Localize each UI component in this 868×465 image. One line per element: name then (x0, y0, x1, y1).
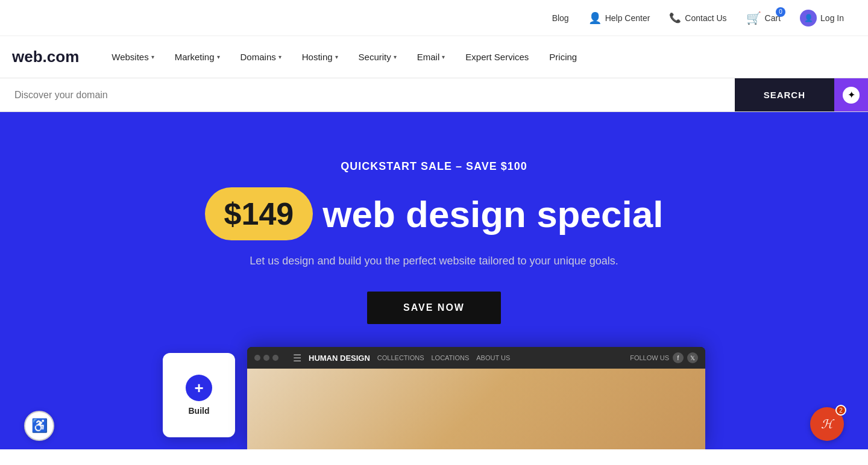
logo[interactable]: web.com (12, 48, 79, 66)
top-bar: Blog 👤 Help Center 📞 Contact Us 🛒 0 Cart… (0, 0, 868, 36)
hero-headline: $149 web design special (205, 187, 664, 240)
help-label: Help Center (605, 13, 650, 23)
search-bar: SEARCH ✦ (0, 78, 868, 112)
person-icon: 👤 (588, 11, 602, 25)
blog-link[interactable]: Blog (552, 13, 569, 23)
help-center-link[interactable]: 👤 Help Center (588, 11, 650, 25)
build-card: + Build (163, 353, 235, 437)
nav-label-websites: Websites (112, 52, 148, 62)
blog-label: Blog (552, 13, 569, 23)
browser-topbar: ☰ HUMAN DESIGN COLLECTIONS LOCATIONS ABO… (247, 347, 705, 369)
search-button[interactable]: SEARCH (735, 78, 834, 111)
browser-nav-about: ABOUT US (476, 354, 510, 361)
ai-icon: ✦ (843, 87, 860, 104)
nav-label-hosting: Hosting (302, 52, 333, 62)
follow-label: FOLLOW US (630, 354, 669, 361)
ai-search-button[interactable]: ✦ (834, 78, 868, 111)
browser-nav-collections: COLLECTIONS (377, 354, 424, 361)
chat-badge: 2 (835, 405, 846, 416)
user-avatar-icon: 👤 (800, 10, 817, 27)
cart-link[interactable]: 🛒 0 Cart (746, 11, 781, 25)
chevron-down-icon: ▾ (151, 54, 154, 60)
browser-nav-locations: LOCATIONS (431, 354, 469, 361)
nav-item-pricing[interactable]: Pricing (541, 47, 585, 67)
nav-label-email: Email (417, 52, 440, 62)
hero-section: QUICKSTART SALE – SAVE $100 $149 web des… (0, 112, 868, 449)
nav-item-email[interactable]: Email ▾ (409, 47, 454, 67)
main-nav: web.com Websites ▾ Marketing ▾ Domains ▾… (0, 36, 868, 78)
accessibility-button[interactable]: ♿ (24, 411, 54, 441)
cart-count: 0 (776, 7, 785, 17)
nav-label-pricing: Pricing (549, 52, 577, 62)
phone-icon: 📞 (669, 12, 681, 23)
chevron-down-icon: ▾ (278, 54, 281, 60)
hero-headline-text: web design special (322, 193, 663, 236)
nav-item-marketing[interactable]: Marketing ▾ (166, 47, 228, 67)
browser-image (247, 369, 705, 449)
chat-button[interactable]: ℋ 2 (810, 407, 844, 441)
login-label: Log In (820, 13, 844, 23)
browser-dot-2 (263, 355, 269, 361)
mockup-area: + Build ☰ HUMAN DESIGN COLLECTIONS LOCAT… (0, 347, 868, 449)
chat-icon: ℋ (821, 417, 833, 431)
chevron-down-icon: ▾ (335, 54, 338, 60)
nav-label-security: Security (359, 52, 391, 62)
chevron-down-icon: ▾ (217, 54, 220, 60)
browser-brand: HUMAN DESIGN (309, 354, 370, 363)
chevron-down-icon: ▾ (442, 54, 445, 60)
twitter-icon: 𝕏 (687, 352, 698, 363)
browser-dots (254, 355, 278, 361)
search-button-label: SEARCH (764, 90, 805, 100)
accessibility-icon: ♿ (31, 418, 48, 434)
nav-items: Websites ▾ Marketing ▾ Domains ▾ Hosting… (103, 47, 856, 67)
save-now-label: SAVE NOW (403, 302, 465, 313)
login-link[interactable]: 👤 Log In (800, 10, 844, 27)
nav-label-marketing: Marketing (175, 52, 215, 62)
hero-sale-tag: QUICKSTART SALE – SAVE $100 (341, 160, 527, 173)
nav-item-expert-services[interactable]: Expert Services (457, 47, 537, 67)
facebook-icon: f (673, 352, 684, 363)
save-now-button[interactable]: SAVE NOW (367, 292, 501, 324)
browser-mockup: ☰ HUMAN DESIGN COLLECTIONS LOCATIONS ABO… (247, 347, 705, 449)
browser-follow: FOLLOW US f 𝕏 (630, 352, 698, 363)
browser-dot-3 (272, 355, 278, 361)
nav-item-hosting[interactable]: Hosting ▾ (294, 47, 347, 67)
cart-icon: 🛒 (746, 11, 761, 25)
search-input[interactable] (0, 78, 735, 111)
nav-label-expert-services: Expert Services (465, 52, 529, 62)
chevron-down-icon: ▾ (394, 54, 397, 60)
logo-text: web.com (12, 48, 79, 66)
contact-label: Contact Us (685, 13, 726, 23)
nav-label-domains: Domains (241, 52, 276, 62)
plus-icon: + (186, 375, 212, 401)
nav-item-domains[interactable]: Domains ▾ (232, 47, 290, 67)
contact-us-link[interactable]: 📞 Contact Us (669, 12, 726, 23)
browser-dot-1 (254, 355, 260, 361)
nav-item-security[interactable]: Security ▾ (350, 47, 405, 67)
nav-item-websites[interactable]: Websites ▾ (103, 47, 162, 67)
hero-subtext: Let us design and build you the perfect … (250, 255, 618, 267)
browser-content (247, 369, 705, 449)
price-badge: $149 (205, 187, 313, 240)
build-label: Build (189, 406, 210, 416)
